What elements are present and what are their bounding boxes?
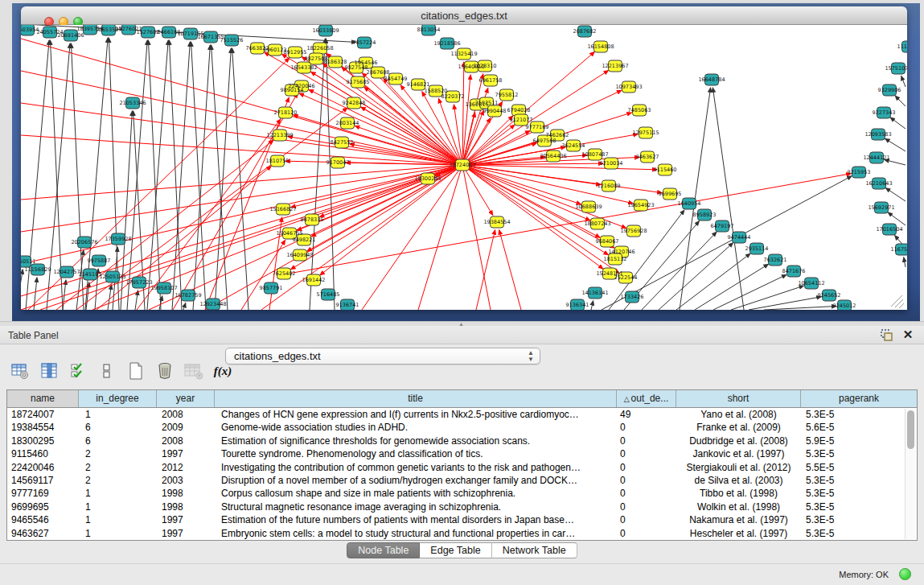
- cell-in_degree[interactable]: 1: [79, 501, 157, 513]
- column-header-indegree[interactable]: in_degree: [79, 390, 157, 407]
- cell-pagerank[interactable]: 5.3E-5: [801, 408, 896, 421]
- canvas-resize-grip-icon[interactable]: [891, 295, 902, 307]
- table-mode-icon[interactable]: [8, 360, 32, 381]
- table-row[interactable]: 2242004622012Investigating the contribut…: [7, 461, 917, 474]
- cell-out_degree[interactable]: 0: [617, 527, 676, 540]
- table-row[interactable]: 969969511998Structural magnetic resonanc…: [7, 501, 917, 513]
- memory-ok-indicator[interactable]: [899, 568, 911, 580]
- cell-name[interactable]: 9463627: [7, 527, 79, 540]
- cell-out_degree[interactable]: 0: [617, 421, 676, 434]
- cell-name[interactable]: 9465546: [7, 513, 79, 526]
- citation-edge[interactable]: [885, 138, 906, 151]
- selected-edge-ray[interactable]: [21, 71, 462, 165]
- new-column-icon[interactable]: [124, 360, 148, 381]
- selected-edge-ray[interactable]: [362, 165, 462, 310]
- selected-citation-edge[interactable]: [499, 230, 521, 310]
- cell-title[interactable]: Embryonic stem cells: a model to study s…: [215, 527, 617, 540]
- select-columns-icon[interactable]: [66, 360, 90, 381]
- citation-edge[interactable]: [183, 303, 186, 310]
- cell-title[interactable]: Estimation of the future numbers of pati…: [215, 513, 617, 526]
- cell-short[interactable]: Yano et al. (2008): [676, 408, 801, 421]
- cell-name[interactable]: 14569117: [7, 474, 79, 487]
- canvas-resize-grip-icon[interactable]: [895, 299, 903, 307]
- cell-name[interactable]: 9777169: [7, 487, 79, 500]
- citation-edge[interactable]: [901, 76, 906, 87]
- row-height-icon[interactable]: [95, 360, 119, 381]
- citation-edge[interactable]: [591, 301, 593, 310]
- cell-title[interactable]: Genome-wide association studies in ADHD.: [215, 421, 617, 434]
- cell-short[interactable]: Stergiakouli et al. (2012): [676, 461, 801, 474]
- cell-pagerank[interactable]: 5.3E-5: [801, 513, 896, 526]
- cell-in_degree[interactable]: 1: [79, 513, 157, 526]
- citation-edge[interactable]: [764, 306, 836, 310]
- cell-title[interactable]: Changes of HCN gene expression and I(f) …: [215, 408, 617, 421]
- selected-edge-ray[interactable]: [21, 135, 462, 165]
- cell-pagerank[interactable]: 5.3E-5: [801, 447, 896, 460]
- cell-short[interactable]: de Silva et al. (2003): [676, 474, 801, 487]
- citation-edge[interactable]: [169, 40, 182, 310]
- cell-name[interactable]: 18300295: [7, 435, 79, 447]
- cell-short[interactable]: Jankovic et al. (1997): [676, 447, 801, 460]
- citation-edge[interactable]: [108, 285, 112, 310]
- cell-out_degree[interactable]: 0: [617, 435, 676, 447]
- cell-out_degree[interactable]: 0: [617, 447, 676, 460]
- cell-title[interactable]: Corpus callosum shape and size in male p…: [215, 487, 617, 500]
- column-header-pagerank[interactable]: pagerank: [801, 390, 917, 407]
- selected-edge-ray[interactable]: [462, 165, 491, 310]
- cell-year[interactable]: 2009: [157, 421, 215, 434]
- scrollbar-thumb[interactable]: [907, 410, 914, 449]
- cell-short[interactable]: Wolkin et al. (1998): [676, 501, 801, 513]
- cell-out_degree[interactable]: 0: [617, 501, 676, 513]
- cell-year[interactable]: 1998: [157, 487, 215, 500]
- show-columns-icon[interactable]: [37, 360, 61, 381]
- cell-short[interactable]: Dudbridge et al. (2008): [676, 435, 801, 447]
- selected-citation-edge[interactable]: [361, 107, 462, 165]
- citation-edge[interactable]: [191, 42, 206, 310]
- cell-name[interactable]: 19384554: [7, 421, 79, 434]
- cell-year[interactable]: 1997: [157, 527, 215, 540]
- selected-citation-edge[interactable]: [476, 230, 495, 310]
- cell-out_degree[interactable]: 0: [617, 474, 676, 487]
- citation-edge[interactable]: [172, 42, 190, 310]
- citation-edge[interactable]: [659, 243, 733, 310]
- cell-out_degree[interactable]: 0: [617, 487, 676, 500]
- table-row[interactable]: 977716911998Corpus callosum shape and si…: [7, 487, 917, 500]
- cell-in_degree[interactable]: 1: [79, 487, 157, 500]
- cell-title[interactable]: Tourette syndrome. Phenomenology and cla…: [215, 447, 617, 460]
- tab-node-table[interactable]: Node Table: [347, 542, 420, 558]
- table-scrollbar[interactable]: [905, 409, 916, 539]
- cell-name[interactable]: 18724007: [7, 408, 79, 421]
- citation-edge[interactable]: [895, 96, 906, 106]
- cell-title[interactable]: Structural magnetic resonance image aver…: [215, 501, 617, 513]
- citation-edge[interactable]: [713, 88, 744, 310]
- table-row[interactable]: 1830029562008Estimation of significance …: [7, 435, 917, 447]
- cell-year[interactable]: 1998: [157, 501, 215, 513]
- cell-short[interactable]: Nakamura et al. (1997): [676, 513, 801, 526]
- citation-edge[interactable]: [904, 257, 906, 267]
- cell-in_degree[interactable]: 1: [79, 527, 157, 540]
- cell-year[interactable]: 2008: [157, 435, 215, 447]
- cell-in_degree[interactable]: 2: [79, 474, 157, 487]
- cell-in_degree[interactable]: 6: [79, 435, 157, 447]
- citation-edge[interactable]: [890, 117, 906, 129]
- table-row[interactable]: 1456911722003Disruption of a novel membe…: [7, 474, 917, 487]
- float-window-icon[interactable]: [881, 329, 893, 342]
- selected-citation-edge[interactable]: [319, 165, 462, 217]
- close-icon[interactable]: ✕: [901, 328, 914, 342]
- column-header-short[interactable]: short: [676, 390, 801, 407]
- cell-out_degree[interactable]: 0: [617, 513, 676, 526]
- cell-pagerank[interactable]: 5.3E-5: [801, 474, 896, 487]
- cell-in_degree[interactable]: 1: [79, 408, 157, 421]
- table-row[interactable]: 1872400712008Changes of HCN gene express…: [7, 408, 917, 421]
- table-row[interactable]: 1938455462009Genome-wide association stu…: [7, 421, 917, 434]
- column-header-year[interactable]: year: [157, 390, 215, 407]
- table-row[interactable]: 946554611997Estimation of the future num…: [7, 513, 917, 526]
- cell-in_degree[interactable]: 2: [79, 447, 157, 460]
- selected-edge-ray[interactable]: [21, 165, 462, 232]
- cell-name[interactable]: 22420046: [7, 461, 79, 474]
- cell-year[interactable]: 2003: [157, 474, 215, 487]
- column-header-title[interactable]: title: [215, 390, 617, 407]
- cell-out_degree[interactable]: 0: [617, 461, 676, 474]
- cell-short[interactable]: Franke et al. (2009): [676, 421, 801, 434]
- citation-edge[interactable]: [885, 188, 906, 201]
